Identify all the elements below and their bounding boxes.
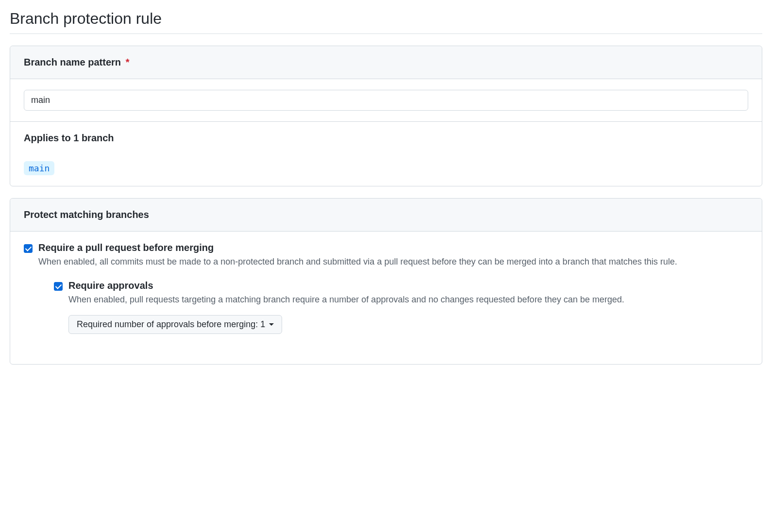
protect-title: Protect matching branches — [24, 209, 748, 220]
require-approvals-content: Require approvals When enabled, pull req… — [68, 280, 748, 334]
require-pr-title: Require a pull request before merging — [38, 242, 748, 253]
require-approvals-desc: When enabled, pull requests targeting a … — [68, 293, 748, 306]
applies-title: Applies to 1 branch — [24, 133, 748, 144]
require-pr-checkbox[interactable] — [24, 244, 33, 253]
approvals-count-select[interactable]: Required number of approvals before merg… — [68, 315, 282, 334]
require-pr-content: Require a pull request before merging Wh… — [38, 242, 748, 344]
branch-pattern-header: Branch name pattern * — [10, 46, 762, 79]
rule-require-pr: Require a pull request before merging Wh… — [24, 242, 748, 344]
approvals-count-label: Required number of approvals before merg… — [77, 319, 265, 330]
branch-pattern-label-text: Branch name pattern — [24, 57, 121, 67]
branch-pattern-label: Branch name pattern * — [24, 57, 748, 68]
rule-require-approvals: Require approvals When enabled, pull req… — [54, 280, 748, 334]
require-approvals-checkbox[interactable] — [54, 282, 63, 291]
require-approvals-title: Require approvals — [68, 280, 748, 291]
branch-chip: main — [24, 161, 54, 175]
protect-body: Require a pull request before merging Wh… — [10, 232, 762, 364]
caret-down-icon — [269, 323, 274, 326]
applies-section: Applies to 1 branch main — [10, 121, 762, 186]
branch-pattern-box: Branch name pattern * Applies to 1 branc… — [10, 46, 762, 186]
require-pr-desc: When enabled, all commits must be made t… — [38, 255, 748, 268]
protect-box: Protect matching branches Require a pull… — [10, 198, 762, 365]
protect-header: Protect matching branches — [10, 199, 762, 232]
branch-pattern-input[interactable] — [24, 90, 748, 111]
page-title: Branch protection rule — [10, 10, 762, 34]
required-indicator: * — [126, 57, 130, 67]
branch-pattern-body — [10, 79, 762, 121]
